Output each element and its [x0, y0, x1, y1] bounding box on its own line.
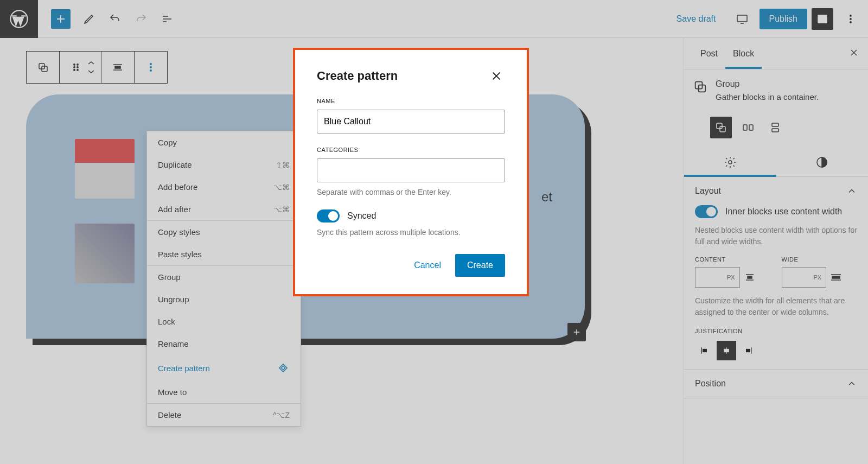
ctx-ungroup[interactable]: Ungroup	[147, 288, 301, 310]
create-button[interactable]: Create	[455, 254, 505, 277]
list-icon	[161, 12, 174, 26]
panel-layout: Layout Inner blocks use content width Ne…	[684, 177, 868, 370]
variation-row[interactable]	[737, 117, 759, 138]
chevron-up-icon	[87, 60, 95, 66]
block-context-menu: Copy Duplicate⇧⌘ Add before⌥⌘ Add after⌥…	[146, 131, 301, 427]
svg-point-17	[150, 70, 151, 71]
svg-rect-1	[737, 15, 747, 22]
align-button[interactable]	[107, 56, 129, 78]
justify-left-icon	[699, 345, 710, 356]
svg-point-4	[850, 18, 851, 19]
outline-button[interactable]	[154, 6, 180, 32]
svg-point-10	[74, 67, 75, 68]
move-down-button[interactable]	[87, 67, 95, 76]
ctx-rename[interactable]: Rename	[147, 333, 301, 355]
svg-rect-33	[724, 349, 729, 352]
subtab-styles[interactable]	[776, 148, 869, 176]
contrast-icon	[815, 156, 828, 169]
inner-width-toggle[interactable]	[695, 205, 718, 218]
add-block-button[interactable]	[51, 9, 71, 29]
block-options-button[interactable]	[140, 56, 162, 78]
ctx-move-to[interactable]: Move to	[147, 381, 301, 403]
save-draft-button[interactable]: Save draft	[668, 9, 725, 29]
row-variant-icon	[742, 121, 755, 134]
ctx-add-before[interactable]: Add before⌥⌘	[147, 176, 301, 198]
ctx-create-pattern[interactable]: Create pattern	[147, 355, 301, 381]
wide-width-input[interactable]: PX	[782, 267, 827, 288]
justify-center-icon	[721, 345, 732, 356]
more-options-button[interactable]	[838, 6, 864, 32]
group-variant-icon	[714, 121, 727, 134]
subtab-settings[interactable]	[684, 148, 776, 176]
name-label: NAME	[317, 98, 505, 104]
ctx-group[interactable]: Group	[147, 266, 301, 288]
sidebar-toggle-button[interactable]	[812, 8, 833, 30]
layout-variations	[684, 111, 868, 148]
pattern-name-input[interactable]	[317, 110, 505, 134]
tab-block[interactable]: Block	[725, 39, 762, 68]
redo-button[interactable]	[128, 6, 154, 32]
variation-stack[interactable]	[764, 117, 786, 138]
tools-button[interactable]	[76, 6, 102, 32]
svg-rect-23	[720, 126, 725, 132]
block-desc: Gather blocks in a container.	[716, 92, 819, 101]
variation-group[interactable]	[710, 117, 732, 138]
svg-rect-34	[746, 349, 750, 352]
ctx-paste-styles[interactable]: Paste styles	[147, 243, 301, 265]
stack-variant-icon	[769, 121, 782, 134]
chevron-down-icon	[87, 69, 95, 74]
canvas-sample-text: et	[541, 189, 552, 205]
justify-center[interactable]	[717, 341, 736, 360]
drag-handle[interactable]	[65, 56, 87, 78]
move-up-button[interactable]	[87, 59, 95, 67]
close-icon	[848, 47, 859, 58]
svg-point-13	[77, 69, 78, 71]
ctx-copy[interactable]: Copy	[147, 131, 301, 154]
wordpress-icon	[10, 10, 28, 28]
wide-width-field[interactable]	[782, 274, 809, 282]
wp-logo[interactable]	[0, 0, 38, 38]
modal-title: Create pattern	[317, 69, 398, 83]
svg-point-5	[850, 21, 851, 22]
ctx-add-after[interactable]: Add after⌥⌘	[147, 198, 301, 220]
editor-topbar: Save draft Publish	[0, 0, 868, 38]
ctx-copy-styles[interactable]: Copy styles	[147, 221, 301, 243]
ctx-delete[interactable]: Delete^⌥Z	[147, 404, 301, 426]
synced-label: Synced	[347, 211, 376, 221]
ctx-lock[interactable]: Lock	[147, 310, 301, 333]
svg-point-28	[729, 161, 732, 164]
align-center-icon[interactable]	[743, 271, 756, 284]
align-wide-icon[interactable]	[829, 271, 843, 284]
chevron-up-icon	[846, 378, 857, 389]
synced-toggle[interactable]	[317, 209, 340, 223]
publish-button[interactable]: Publish	[760, 9, 807, 29]
svg-rect-14	[115, 66, 120, 68]
sidebar-close-button[interactable]	[848, 47, 859, 60]
justify-right-icon	[743, 345, 754, 356]
add-block-inline-button[interactable]	[567, 323, 586, 341]
tab-post[interactable]: Post	[693, 39, 725, 68]
justify-right[interactable]	[738, 341, 758, 360]
panel-position-toggle[interactable]: Position	[684, 370, 868, 398]
pencil-icon	[82, 12, 95, 26]
chevron-up-icon	[846, 186, 857, 196]
ctx-duplicate[interactable]: Duplicate⇧⌘	[147, 154, 301, 176]
undo-button[interactable]	[102, 6, 128, 32]
content-width-input[interactable]: PX	[695, 267, 740, 288]
justify-left[interactable]	[695, 341, 714, 360]
redo-icon	[135, 12, 148, 26]
block-type-button[interactable]	[32, 56, 54, 78]
cancel-button[interactable]: Cancel	[404, 254, 451, 277]
preview-button[interactable]	[729, 6, 755, 32]
categories-help: Separate with commas or the Enter key.	[317, 188, 505, 196]
svg-rect-19	[281, 366, 285, 370]
block-name: Group	[716, 79, 819, 89]
panel-layout-toggle[interactable]: Layout	[684, 177, 868, 205]
modal-close-button[interactable]	[488, 67, 505, 85]
pattern-categories-input[interactable]	[317, 158, 505, 182]
content-width-field[interactable]	[695, 274, 723, 282]
svg-point-3	[850, 15, 851, 16]
drag-icon	[69, 61, 82, 74]
categories-label: CATEGORIES	[317, 147, 505, 153]
person-image-2	[75, 224, 135, 283]
